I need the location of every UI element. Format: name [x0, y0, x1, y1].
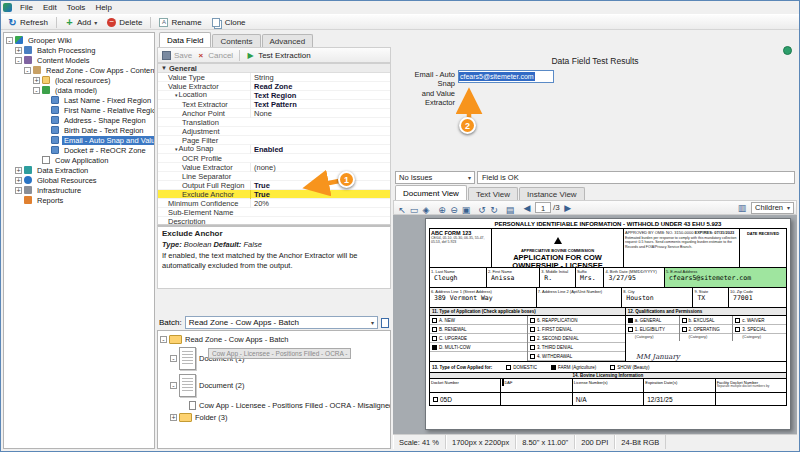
clone-button[interactable]: Clone	[208, 17, 250, 28]
pointer-icon[interactable]: ↖	[396, 204, 408, 216]
expand-icon[interactable]: +	[170, 414, 177, 421]
rotate-right-icon[interactable]: ↻	[488, 204, 500, 216]
checkbox-icon[interactable]	[432, 336, 437, 341]
collapse-icon[interactable]: -	[170, 355, 177, 362]
delete-button[interactable]: − Delete	[103, 17, 146, 28]
checkbox-icon[interactable]	[682, 318, 687, 323]
property-expand-icon[interactable]: ▾	[175, 92, 178, 98]
page-number-input[interactable]: 1	[535, 202, 551, 213]
rotate-left-icon[interactable]: ↺	[476, 204, 488, 216]
collapse-icon[interactable]: -	[15, 57, 22, 64]
collapse-icon[interactable]: -	[33, 87, 40, 94]
email-value-input[interactable]: cfears5@sitemeter.com	[458, 70, 554, 83]
zoom-out-icon[interactable]: ⊖	[448, 204, 460, 216]
tree-item-cow-application[interactable]: Cow Application	[4, 155, 154, 165]
tree-item-content-models[interactable]: -Content Models	[4, 55, 154, 65]
tab-instance-view[interactable]: Instance View	[519, 187, 585, 200]
batch-item-document-2[interactable]: -Document (2)	[158, 372, 390, 399]
property-value[interactable]: Enabled	[250, 145, 390, 154]
checkbox-icon[interactable]	[530, 354, 535, 359]
add-button[interactable]: + Add ▾	[61, 17, 101, 28]
fit-icon[interactable]: ▣	[460, 204, 472, 216]
checkbox-icon[interactable]	[682, 327, 687, 332]
collapse-icon[interactable]: -	[24, 67, 31, 74]
refresh-button[interactable]: ↻ Refresh	[4, 17, 52, 28]
menu-help[interactable]: Help	[90, 3, 116, 12]
checkbox-icon[interactable]	[433, 397, 438, 402]
tree-item-data-extraction[interactable]: +Data Extraction	[4, 165, 154, 175]
batch-item-cow-app-licensee-positions-filled-ocra-mis[interactable]: Cow App - Licensee - Positions Filled - …	[158, 399, 390, 411]
property-value[interactable]: Read Zone	[250, 82, 390, 91]
checkbox-icon[interactable]	[735, 327, 740, 332]
property-row-description[interactable]: Description	[158, 217, 390, 225]
expand-icon[interactable]: +	[15, 177, 22, 184]
checkbox-icon[interactable]	[530, 318, 535, 323]
tree-item-data-model[interactable]: -(data model)	[4, 85, 154, 95]
tab-contents[interactable]: Contents	[212, 34, 260, 47]
batch-view-icon[interactable]	[381, 318, 389, 328]
checkbox-icon[interactable]	[610, 365, 615, 370]
checkbox-checked-icon[interactable]	[551, 365, 556, 370]
issues-dropdown[interactable]: No Issues ▾	[395, 171, 475, 184]
property-expand-icon[interactable]: ▾	[175, 146, 178, 152]
add-dropdown-icon[interactable]: ▾	[94, 19, 97, 26]
tree-item-docket-reocr-zone[interactable]: Docket # - ReOCR Zone	[4, 145, 154, 155]
tree-item-local-resources[interactable]: +(local resources)	[4, 75, 154, 85]
batch-item-document-1[interactable]: -Document (1)Cow App - Licensee - Positi…	[158, 345, 390, 372]
checkbox-checked-icon[interactable]	[628, 318, 633, 323]
tree-item-infrastructure[interactable]: +Infrastructure	[4, 185, 154, 195]
batch-item-read-zone-cow-apps-batch[interactable]: -Read Zone - Cow Apps - Batch	[158, 333, 390, 345]
cancel-button[interactable]: × Cancel	[196, 51, 233, 60]
menu-edit[interactable]: Edit	[38, 3, 62, 12]
expand-icon[interactable]: +	[33, 77, 40, 84]
tree-item-global-resources[interactable]: +Global Resources	[4, 175, 154, 185]
results-settings-icon[interactable]	[783, 46, 792, 55]
tree-item-address-shape-region[interactable]: Address - Shape Region	[4, 115, 154, 125]
tree-item-read-zone-cow-apps-content-mo[interactable]: -Read Zone - Cow Apps - Content Mo	[4, 65, 154, 75]
checkbox-icon[interactable]	[530, 336, 535, 341]
snap-icon[interactable]: ◈	[420, 204, 432, 216]
checkbox-icon[interactable]	[530, 345, 535, 350]
batch-item-folder-3[interactable]: +Folder (3)	[158, 411, 390, 423]
tab-advanced[interactable]: Advanced	[262, 34, 314, 47]
zoom-in-icon[interactable]: ⊕	[436, 204, 448, 216]
checkbox-icon[interactable]	[628, 327, 633, 332]
children-dropdown[interactable]: Children ▾	[751, 202, 794, 214]
collapse-icon[interactable]: -	[6, 37, 13, 44]
checkbox-icon[interactable]	[530, 327, 535, 332]
tree-item-last-name-fixed-region[interactable]: Last Name - Fixed Region	[4, 95, 154, 105]
next-page-button[interactable]: ▶	[562, 202, 574, 214]
property-value[interactable]: 20%	[250, 199, 390, 208]
checkbox-icon[interactable]	[506, 365, 511, 370]
prev-page-button[interactable]: ◀	[521, 202, 533, 214]
document-viewer[interactable]: PERSONALLY IDENTIFIABLE INFORMATION - WI…	[393, 215, 797, 434]
checkbox-checked-icon[interactable]	[432, 345, 437, 350]
test-extraction-button[interactable]: ▶ Test Extraction	[246, 51, 310, 60]
tree-item-email-auto-snap-and-value-e[interactable]: Email - Auto Snap and Value E	[4, 135, 154, 145]
tab-data-field[interactable]: Data Field	[159, 32, 211, 47]
collapse-icon[interactable]: -	[170, 382, 177, 389]
batch-dropdown-icon[interactable]: ▾	[371, 319, 374, 326]
property-value[interactable]: None	[250, 109, 390, 118]
property-value[interactable]: String	[250, 73, 390, 82]
grid-view-icon[interactable]: ▥	[736, 202, 748, 214]
checkbox-icon[interactable]	[432, 318, 437, 323]
checkbox-icon[interactable]	[735, 318, 740, 323]
save-button[interactable]: Save	[162, 51, 192, 60]
tree-item-birth-date-text-region[interactable]: Birth Date - Text Region	[4, 125, 154, 135]
menu-file[interactable]: File	[15, 3, 38, 12]
property-value[interactable]: Text Region	[250, 91, 390, 100]
region-icon[interactable]: ▭	[408, 204, 420, 216]
tree-item-grooper-wiki[interactable]: -Grooper Wiki	[4, 35, 154, 45]
tree-item-batch-processing[interactable]: +Batch Processing	[4, 45, 154, 55]
tree-item-reports[interactable]: Reports	[4, 195, 154, 205]
menu-tools[interactable]: Tools	[62, 3, 91, 12]
expand-icon[interactable]: +	[15, 47, 22, 54]
batch-selector[interactable]: Read Zone - Cow Apps - Batch ▾	[185, 316, 378, 329]
tree-item-first-name-relative-region[interactable]: First Name - Relative Region	[4, 105, 154, 115]
expand-icon[interactable]: +	[15, 187, 22, 194]
thumbs-icon[interactable]: ▤	[504, 204, 516, 216]
rename-button[interactable]: A Rename	[155, 17, 205, 28]
checkbox-icon[interactable]	[432, 327, 437, 332]
property-value[interactable]: Text Pattern	[250, 100, 390, 109]
